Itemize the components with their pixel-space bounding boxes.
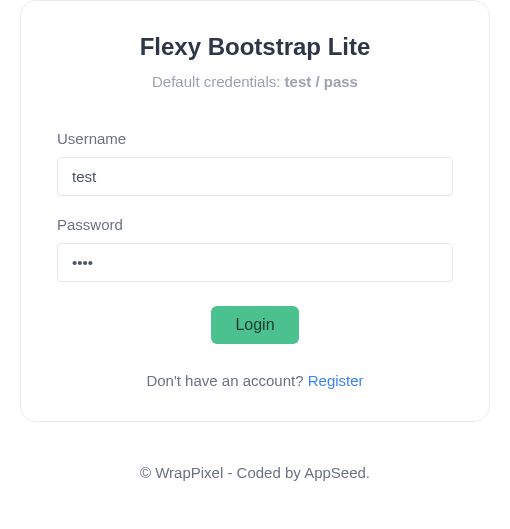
username-group: Username <box>57 130 453 196</box>
username-label: Username <box>57 130 453 147</box>
register-prompt-text: Don't have an account? <box>146 372 307 389</box>
credentials-values: test / pass <box>285 73 358 90</box>
password-input[interactable] <box>57 243 453 282</box>
register-link[interactable]: Register <box>308 372 364 389</box>
login-button-wrapper: Login <box>57 306 453 344</box>
login-button[interactable]: Login <box>211 306 298 344</box>
credentials-hint: Default credentials: test / pass <box>57 73 453 90</box>
footer-text: © WrapPixel - Coded by AppSeed. <box>20 464 490 481</box>
login-card: Flexy Bootstrap Lite Default credentials… <box>20 0 490 422</box>
username-input[interactable] <box>57 157 453 196</box>
register-prompt: Don't have an account? Register <box>57 372 453 389</box>
password-label: Password <box>57 216 453 233</box>
page-title: Flexy Bootstrap Lite <box>57 33 453 61</box>
password-group: Password <box>57 216 453 282</box>
credentials-prefix: Default credentials: <box>152 73 285 90</box>
